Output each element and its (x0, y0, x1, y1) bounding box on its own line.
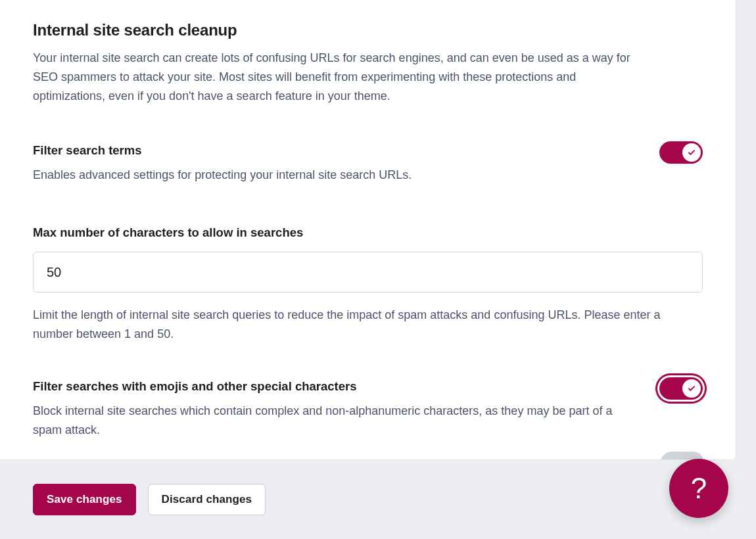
toggle-knob (682, 379, 701, 398)
setting-help: Limit the length of internal site search… (33, 306, 703, 344)
setting-label: Filter search terms (33, 143, 412, 158)
check-icon (687, 384, 696, 393)
section-title: Internal site search cleanup (33, 21, 703, 39)
setting-label: Max number of characters to allow in sea… (33, 225, 703, 240)
setting-help: Block internal site searches which conta… (33, 402, 634, 440)
filter-search-terms-toggle[interactable] (659, 141, 703, 164)
setting-filter-search-terms: Filter search terms Enables advanced set… (33, 143, 703, 185)
save-button[interactable]: Save changes (33, 484, 136, 515)
toggle-knob (682, 143, 701, 162)
check-icon (687, 148, 696, 157)
filter-emoji-toggle[interactable] (659, 377, 703, 400)
setting-label: Filter searches with emojis and other sp… (33, 379, 634, 394)
setting-max-chars: Max number of characters to allow in sea… (33, 225, 703, 344)
help-fab[interactable]: ? (669, 459, 728, 518)
page-canvas: Internal site search cleanup Your intern… (0, 0, 756, 539)
setting-help: Enables advanced settings for protecting… (33, 166, 412, 185)
settings-panel: Internal site search cleanup Your intern… (0, 0, 736, 460)
help-icon: ? (691, 472, 707, 505)
max-chars-input[interactable] (33, 252, 703, 293)
footer-action-bar: Save changes Discard changes (0, 460, 736, 539)
section-description: Your internal site search can create lot… (33, 49, 651, 105)
setting-filter-emoji: Filter searches with emojis and other sp… (33, 379, 703, 440)
discard-button[interactable]: Discard changes (148, 484, 266, 515)
